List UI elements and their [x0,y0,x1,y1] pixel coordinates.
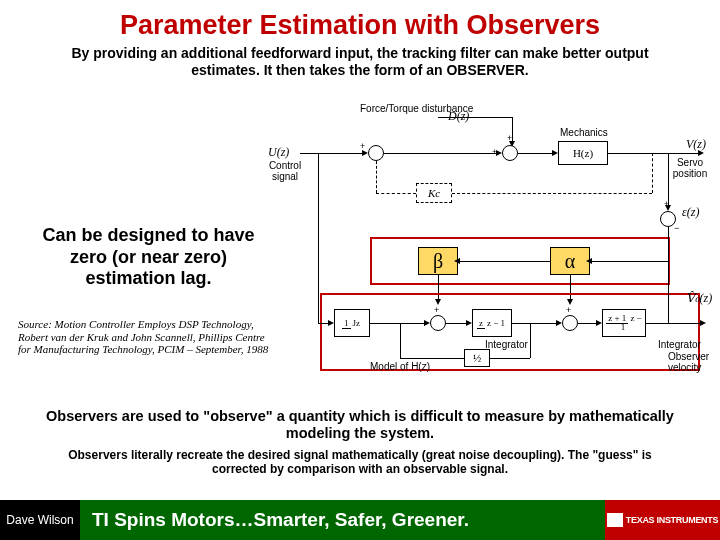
mechanics-label: Mechanics [560,127,608,138]
observation-statement-1: Observers are used to "observe" a quanti… [0,408,720,443]
model-jz-block: 1Jz [334,309,370,337]
beta-block: β [418,247,458,275]
model-hz-label: Model of H(z) [370,361,430,372]
block-diagram: Force/Torque disturbance D(z) U(z) Contr… [270,105,710,385]
chip-icon [607,513,623,527]
observation-statement-2: Observers literally recreate the desired… [0,448,720,477]
integrator-2-label: Integrator [658,339,701,350]
kc-block: Kc [416,183,452,203]
footer: Dave Wilson TI Spins Motors…Smarter, Saf… [0,500,720,540]
slide-title: Parameter Estimation with Observers [0,0,720,41]
v-symbol: V(z) [686,137,706,152]
integrator-1-block: zz − 1 [472,309,512,337]
observer-velocity-label: Observer velocity [668,351,712,373]
vhat-symbol: V̂₀(z) [686,291,712,306]
u-symbol: U(z) [268,145,289,160]
integrator-2-block: z + 1z − 1 [602,309,646,337]
source-citation: Source: Motion Controller Employs DSP Te… [18,318,278,356]
author-badge: Dave Wilson [0,500,80,540]
ti-logo: TEXAS INSTRUMENTS [605,500,720,540]
servo-pos-label: Servo position [672,157,708,179]
half-block: ½ [464,349,490,367]
sum-node-4 [562,315,578,331]
slide-subtitle: By providing an additional feedforward i… [0,41,720,81]
integrator-1-label: Integrator [485,339,528,350]
control-signal-label: Control signal [266,160,304,182]
tagline: TI Spins Motors…Smarter, Safer, Greener. [80,500,605,540]
sum-node-2 [502,145,518,161]
sum-node-3 [430,315,446,331]
side-note: Can be designed to have zero (or near ze… [36,225,261,290]
sum-node-1 [368,145,384,161]
hz-block: H(z) [558,141,608,165]
alpha-block: α [550,247,590,275]
eps-symbol: ε(z) [682,205,699,220]
